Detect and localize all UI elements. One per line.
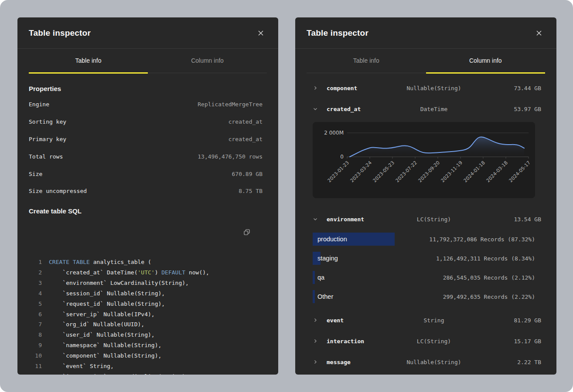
code-line: 8 `user_id` Nullable(String), (29, 330, 263, 340)
code-token-pl: `server_ip` Nullable(IPv4), (49, 311, 155, 318)
chevron-down-icon (313, 216, 318, 222)
value-records: 299,492,635 Records (2.22%) (443, 294, 535, 300)
property-row: Size670.89 GB (29, 165, 263, 182)
chevron-right-icon (313, 338, 318, 344)
panel-header: Table inspector (17, 17, 278, 49)
panel-header: Table inspector (295, 17, 556, 49)
desktop-background: Table inspector Table info Column info P… (0, 0, 573, 392)
value-records: 11,792,372,086 Records (87.32%) (429, 236, 535, 243)
x-axis-label: 2023-11-19 (440, 160, 464, 183)
code-token-pl: `interaction` LowCardinality(String), (49, 373, 189, 375)
code-line: 12 `interaction` LowCardinality(String), (29, 372, 263, 375)
column-row-message[interactable]: messageNullable(String)2.22 TB (295, 351, 556, 372)
property-label: Primary key (29, 136, 66, 142)
code-text: `org_id` Nullable(UUID), (42, 319, 144, 330)
column-expand-toggle[interactable] (306, 216, 327, 222)
table-info-content: Properties EngineReplicatedMergeTreeSort… (17, 73, 278, 375)
column-expand-toggle[interactable] (306, 106, 327, 112)
code-text: `namespace` Nullable(String), (42, 340, 161, 351)
tab-table-info[interactable]: Table info (29, 49, 148, 74)
code-token-pl: `component` Nullable(String), (49, 352, 161, 359)
x-axis-label: 2024-05-17 (508, 160, 532, 183)
code-token-str: 'UTC' (138, 269, 155, 276)
code-text: `session_id` Nullable(String), (42, 288, 165, 299)
code-line: 11 `event` String, (29, 361, 263, 372)
column-name: environment (327, 216, 398, 223)
value-label: staging (313, 255, 338, 262)
column-row-event[interactable]: eventString81.29 GB (295, 310, 556, 331)
property-label: Engine (29, 101, 49, 108)
column-row-interaction[interactable]: interactionLC(String)15.17 GB (295, 331, 556, 351)
value-bar-cell: Other (313, 290, 333, 303)
column-size: 15.17 GB (470, 338, 541, 345)
code-line: 2 `created_at` DateTime('UTC') DEFAULT n… (29, 267, 263, 278)
value-label: Other (313, 293, 333, 300)
column-expand-toggle[interactable] (306, 359, 327, 365)
code-text: `user_id` Nullable(String), (42, 330, 155, 340)
panel-title: Table inspector (29, 28, 91, 38)
property-label: Size (29, 171, 42, 177)
column-expand-toggle[interactable] (306, 318, 327, 323)
code-text: `component` Nullable(String), (42, 351, 161, 361)
tab-column-info[interactable]: Column info (148, 49, 267, 74)
code-token-pl: `request_id` Nullable(String), (49, 301, 165, 307)
code-line: 7 `org_id` Nullable(UUID), (29, 319, 263, 330)
code-token-pl: `namespace` Nullable(String), (49, 342, 161, 348)
code-text: `request_id` Nullable(String), (42, 299, 165, 309)
column-row-created_at[interactable]: created_atDateTime53.97 GB (295, 98, 556, 119)
code-token-pl: `created_at` DateTime( (49, 269, 138, 276)
chevron-right-icon (313, 359, 318, 365)
property-value: created_at (229, 136, 263, 142)
column-type: Nullable(String) (398, 85, 470, 91)
close-button[interactable] (255, 27, 267, 39)
code-token-pl: `event` String, (49, 363, 114, 369)
value-bar-cell: production (313, 233, 347, 246)
property-label: Sorting key (29, 118, 66, 125)
value-row-qa: qa286,545,035 Records (2.12%) (295, 268, 556, 287)
code-token-pl: `environment` LowCardinality(String), (49, 280, 189, 286)
column-size: 53.97 GB (470, 106, 541, 112)
code-line: 6 `server_ip` Nullable(IPv4), (29, 309, 263, 320)
column-name: message (327, 359, 398, 365)
create-table-sql-code-block: 1CREATE TABLE analytics_table (2 `create… (29, 226, 263, 375)
property-row: Total rows13,496,476,750 rows (29, 148, 263, 165)
line-number: 11 (29, 361, 42, 372)
column-row-component[interactable]: componentNullable(String)73.44 GB (295, 78, 556, 98)
column-expand-toggle[interactable] (306, 85, 327, 91)
x-axis-label: 2023-01-23 (327, 160, 350, 183)
tab-table-info[interactable]: Table info (307, 49, 426, 74)
x-close-icon (536, 30, 542, 36)
properties-list: EngineReplicatedMergeTreeSorting keycrea… (29, 96, 263, 200)
x-axis-label: 2023-05-23 (372, 160, 396, 183)
column-name: created_at (327, 106, 398, 112)
tab-bar: Table info Column info (307, 49, 545, 73)
x-axis-label: 2024-03-18 (485, 160, 509, 183)
code-line: 9 `namespace` Nullable(String), (29, 340, 263, 351)
code-line: 4 `session_id` Nullable(String), (29, 288, 263, 299)
value-row-other: Other299,492,635 Records (2.22%) (295, 287, 556, 306)
table-inspector-panel-right: Table inspector Table info Column info c… (295, 17, 556, 375)
property-value: ReplicatedMergeTree (198, 101, 263, 108)
code-token-pl: `user_id` Nullable(String), (49, 331, 155, 338)
column-row-environment[interactable]: environmentLC(String)13.54 GB (295, 209, 556, 230)
x-axis-label: 2024-01-18 (463, 160, 486, 183)
code-text: `environment` LowCardinality(String), (42, 278, 189, 288)
copy-sql-button[interactable] (242, 227, 252, 237)
close-button[interactable] (533, 27, 545, 39)
property-row: Size uncompressed8.75 TB (29, 182, 263, 200)
code-text: `event` String, (42, 361, 114, 372)
column-type: Nullable(String) (398, 359, 470, 365)
column-expand-toggle[interactable] (306, 338, 327, 344)
value-records: 1,126,492,311 Records (8.34%) (436, 255, 535, 262)
area-chart-svg: 2 000M02023-01-232023-03-242023-05-23202… (313, 122, 535, 198)
code-token-pl: analytics_table ( (90, 259, 151, 265)
tab-bar: Table info Column info (29, 49, 267, 73)
chevron-right-icon (313, 318, 318, 323)
value-row-staging: staging1,126,492,311 Records (8.34%) (295, 249, 556, 268)
code-token-pl: `session_id` Nullable(String), (49, 290, 165, 297)
x-axis-label: 2023-03-24 (349, 160, 373, 183)
tab-column-info[interactable]: Column info (426, 49, 546, 74)
property-row: Primary keycreated_at (29, 131, 263, 148)
column-name: interaction (327, 338, 398, 345)
value-records: 286,545,035 Records (2.12%) (443, 274, 535, 281)
